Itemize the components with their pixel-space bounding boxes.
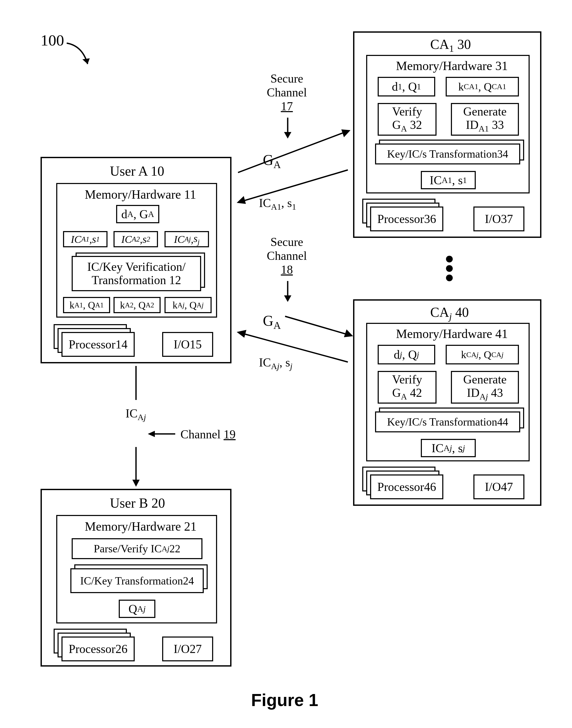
user-a-ic2: ICA2, s2 bbox=[114, 231, 158, 247]
secure17-l3: 17 bbox=[267, 100, 307, 113]
user-b-mem: Memory/Hardware 21 Parse/Verify ICAj 22 … bbox=[56, 515, 217, 624]
user-b-io: I/O 27 bbox=[162, 637, 213, 661]
ca1-io: I/O 37 bbox=[474, 207, 524, 231]
secure17-l2: Channel bbox=[267, 86, 307, 100]
caj-kq: kCAj, QCAj bbox=[446, 345, 519, 365]
ca1-box: CA1 30 Memory/Hardware 31 d1, Q1 kCA1, Q… bbox=[353, 31, 542, 238]
ca1-title: CA1 30 bbox=[430, 36, 471, 54]
user-a-verify: IC/Key Verification/ Transformation 12 bbox=[72, 256, 201, 291]
user-a-icj: ICAj, sj bbox=[164, 231, 209, 247]
user-b-title: User B 20 bbox=[110, 495, 165, 511]
user-a-kj: kAj, QAj bbox=[164, 297, 212, 313]
ca1-mem-title: Memory/Hardware 31 bbox=[396, 59, 508, 73]
arrow-icaj-return bbox=[235, 327, 351, 366]
svg-line-5 bbox=[242, 170, 348, 201]
caj-io: I/O 47 bbox=[474, 474, 524, 499]
ca1-trans: Key/IC/s Transformation 34 bbox=[375, 144, 520, 164]
arrow-ica1-return bbox=[235, 167, 351, 207]
caj-mem-title: Memory/Hardware 41 bbox=[396, 326, 508, 341]
user-a-verify-l1: IC/Key Verification/ bbox=[87, 260, 186, 274]
ca1-gen-l1: Generate bbox=[463, 105, 507, 118]
user-a-verify-l2: Transformation 12 bbox=[91, 274, 181, 287]
caj-gen: Generate IDAj 43 bbox=[451, 371, 519, 404]
secure-channel-18: Secure Channel 18 bbox=[267, 235, 307, 277]
user-b-proc: Processor 26 bbox=[62, 637, 135, 661]
ref-arrow bbox=[64, 41, 95, 72]
secure-channel-17: Secure Channel 17 bbox=[267, 72, 307, 113]
user-b-trans: IC/Key Transformation 24 bbox=[70, 568, 204, 593]
arrow-sc18-down bbox=[282, 281, 293, 305]
secure18-l2: Channel bbox=[267, 249, 307, 263]
svg-line-3 bbox=[238, 132, 345, 172]
user-a-k2: kA2, QA2 bbox=[114, 297, 161, 313]
user-b-parse: Parse/Verify ICAj 22 bbox=[72, 538, 202, 559]
caj-mem: Memory/Hardware 41 dj, Qj kCAj, QCAj Ver… bbox=[366, 323, 529, 461]
ca1-kq: kCA1, QCA1 bbox=[446, 77, 519, 96]
ref-num-100: 100 bbox=[41, 31, 64, 50]
user-b-mem-title: Memory/Hardware 21 bbox=[85, 519, 197, 534]
caj-verify-l2: GA 42 bbox=[392, 386, 422, 402]
svg-marker-6 bbox=[237, 196, 246, 204]
icaj-vertical-label: ICAj bbox=[126, 406, 146, 422]
arrow-a-to-b bbox=[130, 366, 142, 489]
ca1-ics: ICA1, s1 bbox=[421, 171, 476, 189]
caj-gen-l1: Generate bbox=[463, 373, 507, 386]
user-a-k1: kA1, QA1 bbox=[63, 297, 110, 313]
arrow-channel19 bbox=[146, 429, 178, 439]
ca1-verify-l1: Verify bbox=[392, 105, 422, 118]
user-a-ic1: ICA1, s1 bbox=[63, 231, 108, 247]
caj-gen-l2: IDAj 43 bbox=[467, 386, 503, 402]
vertical-dots: ●●● bbox=[445, 254, 454, 282]
user-a-proc: Processor 14 bbox=[62, 332, 135, 357]
svg-marker-15 bbox=[132, 480, 140, 487]
ca1-verify: Verify GA 32 bbox=[378, 103, 436, 136]
svg-marker-8 bbox=[284, 295, 291, 302]
caj-proc: Processor 46 bbox=[370, 474, 443, 499]
caj-verify: Verify GA 42 bbox=[378, 371, 436, 404]
ca1-proc: Processor 36 bbox=[370, 207, 443, 231]
svg-marker-4 bbox=[341, 130, 351, 137]
user-b-box: User B 20 Memory/Hardware 21 Parse/Verif… bbox=[41, 489, 231, 666]
caj-verify-l1: Verify bbox=[392, 373, 422, 386]
user-a-mem: Memory/Hardware 11 dA, GA ICA1, s1 ICA2,… bbox=[56, 183, 217, 318]
svg-marker-12 bbox=[237, 330, 246, 338]
caj-trans: Key/IC/s Transformation 44 bbox=[375, 411, 520, 432]
ca1-gen: Generate IDA1 33 bbox=[451, 103, 519, 136]
caj-title: CAj 40 bbox=[430, 305, 469, 322]
user-a-mem-title: Memory/Hardware 11 bbox=[85, 187, 196, 201]
caj-box: CAj 40 Memory/Hardware 41 dj, Qj kCAj, Q… bbox=[353, 299, 542, 506]
user-b-q: QAj bbox=[119, 600, 155, 618]
figure-caption: Figure 1 bbox=[251, 690, 318, 710]
diagram-page: 100 User A 10 Memory/Hardware 11 dA, GA … bbox=[0, 0, 572, 728]
svg-marker-0 bbox=[82, 58, 90, 64]
caj-ics: ICAj, sj bbox=[421, 439, 476, 457]
channel-19-label: Channel 19 bbox=[181, 427, 236, 441]
secure18-l3: 18 bbox=[267, 263, 307, 277]
user-a-io: I/O 15 bbox=[162, 332, 213, 357]
ca1-gen-l2: IDA1 33 bbox=[466, 118, 504, 134]
user-a-title: User A 10 bbox=[110, 163, 164, 179]
ca1-mem: Memory/Hardware 31 d1, Q1 kCA1, QCA1 Ver… bbox=[366, 55, 529, 193]
ca1-dq: d1, Q1 bbox=[378, 77, 435, 96]
user-a-box: User A 10 Memory/Hardware 11 dA, GA ICA1… bbox=[41, 157, 231, 363]
svg-line-11 bbox=[242, 333, 348, 362]
caj-dq: dj, Qj bbox=[378, 345, 435, 365]
user-a-dG: dA, GA bbox=[116, 205, 159, 223]
secure17-l1: Secure bbox=[267, 72, 307, 86]
svg-marker-17 bbox=[148, 431, 155, 437]
ca1-verify-l2: GA 32 bbox=[392, 118, 422, 134]
secure18-l1: Secure bbox=[267, 235, 307, 249]
